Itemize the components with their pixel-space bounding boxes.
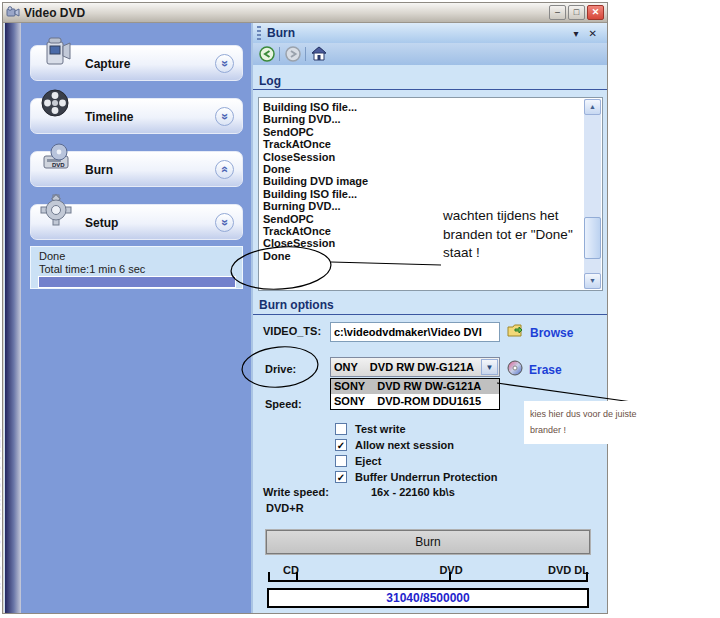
write-speed-label: Write speed: — [263, 486, 329, 498]
capture-camera-icon — [39, 34, 75, 70]
annotation-text-line: wachten tijdens het — [443, 207, 603, 226]
app-icon — [6, 6, 20, 19]
annotation-text-line: brander ! — [530, 422, 644, 438]
log-line: Building ISO file... — [263, 188, 582, 200]
sidebar: Capture » Timeline » DVD Burn » — [21, 23, 251, 613]
speed-label: Speed: — [265, 398, 302, 410]
sidebar-item-label: Timeline — [85, 110, 133, 124]
burn-status-panel: Done Total time:1 min 6 sec — [30, 246, 243, 289]
home-button[interactable] — [310, 46, 327, 63]
toolbar-separator — [279, 47, 280, 61]
ruler-tick — [268, 572, 270, 581]
drive-option-selected[interactable]: SONY DVD RW DW-G121A — [331, 379, 499, 394]
maximize-button[interactable]: □ — [568, 5, 585, 20]
sidebar-item-label: Setup — [85, 216, 118, 230]
drive-combobox-value: ONY DVD RW DW-G121A — [334, 361, 474, 373]
status-progress-bar — [38, 276, 236, 288]
ruler-tick — [296, 572, 298, 581]
erase-button[interactable]: Erase — [507, 360, 562, 380]
setup-gear-icon — [39, 193, 75, 229]
window-titlebar: Video DVD – □ ✕ — [3, 3, 607, 23]
burn-options-divider — [253, 314, 607, 315]
ruler-tick — [449, 572, 451, 581]
app-window: Video DVD – □ ✕ Video DVD Maker FREE Cap… — [2, 2, 608, 614]
checkbox-box[interactable] — [335, 455, 347, 467]
checkbox-box[interactable]: ✓ — [335, 439, 347, 451]
combobox-dropdown-icon[interactable]: ▼ — [481, 359, 498, 375]
sidebar-item-capture[interactable]: Capture » — [30, 45, 243, 81]
video-ts-input[interactable] — [330, 322, 500, 342]
chevron-expand-icon[interactable]: » — [215, 107, 234, 126]
checkbox-box[interactable]: ✓ — [335, 471, 347, 483]
scale-label-dvd-dl: DVD DL — [548, 564, 589, 576]
log-section-divider — [253, 89, 607, 90]
chevron-expand-icon[interactable]: » — [215, 213, 234, 232]
back-button[interactable] — [258, 46, 275, 63]
timeline-reel-icon — [39, 87, 75, 123]
sidebar-item-setup[interactable]: Setup » — [30, 204, 243, 240]
capacity-ruler — [268, 580, 588, 582]
chevron-collapse-icon[interactable]: » — [215, 160, 234, 179]
drag-grip-icon[interactable] — [257, 26, 261, 40]
checkbox-label[interactable]: Test write — [355, 423, 406, 435]
log-line: Done — [263, 163, 582, 175]
sidebar-item-label: Burn — [85, 163, 113, 177]
log-line: Burning DVD... — [263, 113, 582, 125]
sidebar-item-timeline[interactable]: Timeline » — [30, 98, 243, 134]
toolbar-separator — [305, 47, 306, 61]
screenshot-canvas: Video DVD – □ ✕ Video DVD Maker FREE Cap… — [0, 0, 720, 618]
panel-close-icon[interactable]: ✕ — [589, 28, 597, 39]
panel-titlebar: Burn ▾ ✕ — [253, 23, 607, 43]
checkbox-label[interactable]: Eject — [355, 455, 381, 467]
forward-button[interactable] — [284, 46, 301, 63]
annotation-text-line: branden tot er "Done" — [443, 226, 603, 245]
checkbox-label[interactable]: Buffer Underrun Protection — [355, 471, 497, 483]
drive-dropdown-list: SONY DVD RW DW-G121A SONY DVD-ROM DDU161… — [330, 378, 500, 410]
status-text: Done — [39, 250, 65, 262]
checkbox-box[interactable] — [335, 423, 347, 435]
burn-drive-icon: DVD — [39, 140, 75, 176]
panel-title: Burn — [267, 26, 574, 40]
annotation-note-done: wachten tijdens het branden tot er "Done… — [443, 207, 603, 263]
log-line: TrackAtOnce — [263, 138, 582, 150]
browse-button[interactable]: Browse — [507, 323, 573, 342]
log-line: CloseSession — [263, 151, 582, 163]
folder-icon — [507, 323, 524, 342]
annotation-text-line: kies hier dus voor de juiste — [530, 406, 644, 422]
scroll-up-arrow-icon[interactable]: ▲ — [584, 99, 601, 115]
log-section-header: Log — [259, 74, 281, 88]
minimize-button[interactable]: – — [549, 5, 566, 20]
annotation-note-burner: kies hier dus voor de juiste brander ! — [524, 401, 648, 444]
checkbox-label[interactable]: Allow next session — [355, 439, 454, 451]
drive-label: Drive: — [265, 363, 296, 375]
scale-label-dvd: DVD — [433, 564, 469, 576]
log-line: Building DVD image — [263, 175, 582, 187]
log-line: SendOPC — [263, 126, 582, 138]
chevron-expand-icon[interactable]: » — [215, 54, 234, 73]
sidebar-item-label: Capture — [85, 57, 130, 71]
close-button[interactable]: ✕ — [587, 5, 604, 20]
window-content: Video DVD Maker FREE Capture » Timeline … — [3, 23, 607, 613]
burn-button[interactable]: Burn — [266, 530, 590, 554]
svg-text:DVD: DVD — [52, 162, 65, 168]
media-type-label: DVD+R — [266, 502, 304, 514]
burn-options-header: Burn options — [259, 298, 334, 312]
log-line: Building ISO file... — [263, 101, 582, 113]
status-total-time: Total time:1 min 6 sec — [39, 263, 145, 275]
erase-label: Erase — [529, 363, 562, 377]
browse-label: Browse — [530, 326, 573, 340]
brand-watermark: Video DVD Maker FREE — [0, 427, 3, 605]
burn-progress-bar: 31040/8500000 — [267, 588, 589, 608]
drive-combobox[interactable]: ONY DVD RW DW-G121A ▼ — [330, 357, 500, 377]
video-ts-label: VIDEO_TS: — [263, 325, 321, 337]
annotation-text-line: staat ! — [443, 244, 603, 263]
write-speed-value: 16x - 22160 kb\s — [371, 486, 455, 498]
panel-menu-icon[interactable]: ▾ — [574, 28, 579, 39]
sidebar-item-burn[interactable]: DVD Burn » — [30, 151, 243, 187]
drive-option[interactable]: SONY DVD-ROM DDU1615 — [331, 394, 499, 409]
panel-toolbar — [253, 43, 607, 65]
disc-icon — [507, 360, 523, 380]
scroll-down-arrow-icon[interactable]: ▼ — [584, 273, 601, 289]
brand-strip: Video DVD Maker FREE — [5, 23, 21, 613]
burn-panel: Burn ▾ ✕ Log — [251, 23, 607, 613]
